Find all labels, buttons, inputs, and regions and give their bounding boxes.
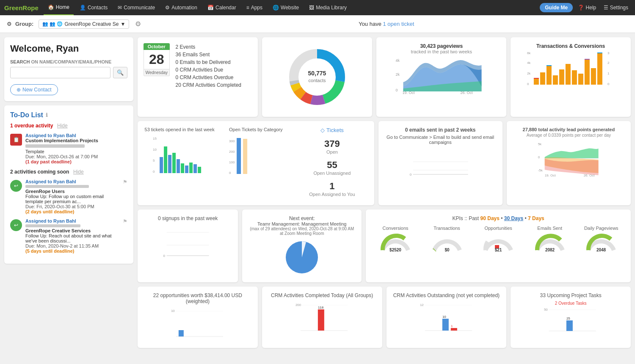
svg-rect-40 — [160, 157, 163, 173]
soon-task-1: Follow Up: Follow up on custom email tem… — [25, 194, 119, 204]
soon-activity-detail-2: Assigned to Ryan Bahl GreenRope Creative… — [25, 218, 119, 254]
svg-rect-33 — [547, 65, 552, 66]
svg-text:$0: $0 — [444, 248, 450, 252]
svg-rect-28 — [578, 74, 583, 85]
soon-task-2: Follow Up: Reach out about site and what… — [25, 233, 119, 243]
soon-assigned-1: Assigned to Ryan Bahl — [25, 179, 119, 184]
kpi-30-days[interactable]: 30 Days — [504, 215, 523, 221]
stat-crm-due: 0 CRM Activities Due — [176, 66, 241, 74]
signups-chart: 0 — [144, 224, 232, 266]
tickets-card: 53 tickets opened in the last week 15 10… — [138, 121, 374, 205]
contacts-donut-chart: 50,775 contacts — [283, 43, 351, 111]
todo-info-icon[interactable]: ℹ — [46, 112, 48, 118]
tickets-link[interactable]: ◇ Tickets — [320, 127, 344, 133]
kpi-transactions-gauge: $0 — [430, 232, 464, 253]
svg-text:1: 1 — [607, 72, 610, 75]
calendar-stats-card: October 28 Wednesday 2 Events 36 Emails … — [138, 37, 258, 117]
main-content: Welcome, Ryan SEARCH On Name/Company/Ema… — [0, 33, 635, 364]
group-selector[interactable]: 👥 👥 🌐 GreenRope Creative Se ▼ — [39, 19, 129, 29]
cal-weekday: Wednesday — [144, 69, 170, 76]
svg-text:0: 0 — [607, 82, 610, 86]
svg-text:-5k: -5k — [538, 168, 543, 172]
tickets-pie-title: Open Tickets by Category — [220, 127, 292, 132]
kpi-90-days[interactable]: 90 Days — [480, 215, 500, 221]
svg-text:25: 25 — [566, 317, 570, 320]
svg-rect-80 — [179, 330, 184, 336]
nav-contacts[interactable]: 👤 Contacts — [75, 0, 112, 15]
overdue-activity-detail: Assigned to Ryan Bahl Custom Implementat… — [25, 133, 98, 164]
svg-rect-30 — [591, 68, 596, 85]
svg-text:4k: 4k — [396, 58, 400, 63]
guide-me-button[interactable]: Guide Me — [540, 3, 573, 12]
calendar-widget: October 28 Wednesday — [144, 43, 170, 76]
crm-outstanding-card: CRM Activities Outstanding (not yet comp… — [387, 287, 507, 348]
svg-text:5k: 5k — [538, 142, 541, 146]
settings-subbar-icon[interactable]: ⚙ — [7, 21, 12, 27]
cal-month: October — [144, 43, 170, 50]
nav-automation[interactable]: ⚙ Automation — [161, 0, 202, 15]
crm-completed-card: CRM Activities Completed Today (All Grou… — [262, 287, 382, 348]
kpi-7-days[interactable]: 7 Days — [528, 215, 544, 221]
opportunities-title: 22 opportunities worth $38,414.00 USD (w… — [144, 292, 252, 304]
svg-rect-24 — [553, 75, 558, 85]
nav-media-library[interactable]: 🖼 Media Library — [305, 0, 351, 15]
overdue-activity-icon: 📋 — [10, 134, 22, 146]
overdue-status: (1 day past deadline) — [25, 159, 98, 164]
svg-text:26. Oct: 26. Oct — [461, 91, 473, 95]
home-icon: 🏠 — [48, 4, 54, 10]
flag-icon-2[interactable]: ⚑ — [123, 218, 127, 224]
svg-text:0: 0 — [527, 82, 529, 86]
nav-apps[interactable]: ≡ Apps — [242, 0, 267, 15]
stat-events: 2 Events — [176, 43, 241, 51]
soon-activity-item-1: ↩ Assigned to Ryan Bahl GreenRope Users … — [10, 179, 127, 214]
kpi-opportunities-gauge: $21 — [481, 232, 515, 253]
tickets-summary: ◇ Tickets 379 Open 55 Open Unassigned — [296, 127, 368, 199]
group-icons: 👥 👥 🌐 — [42, 21, 63, 27]
coming-soon-hide-link[interactable]: Hide — [73, 169, 84, 175]
right-panel: October 28 Wednesday 2 Events 36 Emails … — [138, 37, 631, 360]
nav-right-section: Guide Me ❓ Help ☰ Settings — [540, 3, 631, 12]
nav-home[interactable]: 🏠 Home — [44, 0, 74, 15]
svg-rect-45 — [181, 163, 184, 173]
stat-crm-overdue: 0 CRM Activities Overdue — [176, 74, 241, 81]
overdue-activity-item: 📋 Assigned to Ryan Bahl Custom Implement… — [10, 133, 127, 164]
row-1: October 28 Wednesday 2 Events 36 Emails … — [138, 37, 631, 117]
nav-settings[interactable]: ☰ Settings — [601, 5, 631, 11]
flag-icon-1[interactable]: ⚑ — [123, 179, 127, 185]
next-event-label: Next event: — [248, 215, 356, 221]
soon-activity-item-2: ↩ Assigned to Ryan Bahl GreenRope Creati… — [10, 218, 127, 254]
new-contact-button[interactable]: ⊕ New Contact — [10, 84, 58, 95]
emails-sent-notice: Go to Communicate > Email to build and s… — [384, 135, 497, 145]
svg-text:2: 2 — [607, 61, 610, 65]
opportunities-bottom-card: 22 opportunities worth $38,414.00 USD (w… — [138, 287, 258, 348]
svg-text:$21: $21 — [495, 248, 502, 252]
communicate-icon: ✉ — [118, 5, 122, 11]
logo[interactable]: GreenRope — [4, 4, 39, 11]
next-event-pie — [248, 238, 356, 276]
svg-text:0: 0 — [409, 173, 411, 176]
group-settings-icon[interactable]: ⚙ — [135, 20, 141, 28]
soon-assigned-2: Assigned to Ryan Bahl — [25, 218, 119, 223]
kpi-opportunities: Opportunities $21 — [475, 226, 522, 254]
open-ticket-link[interactable]: 1 open ticket — [383, 21, 414, 27]
coming-soon-count: 2 activities coming soon — [10, 169, 69, 175]
nav-website[interactable]: 🌐 Website — [268, 0, 303, 15]
svg-text:1: 1 — [450, 324, 453, 328]
svg-text:2048: 2048 — [596, 248, 606, 252]
search-input[interactable] — [10, 67, 110, 78]
nav-help[interactable]: ❓ Help — [575, 5, 599, 11]
coming-soon-section: 2 activities coming soon Hide — [10, 168, 127, 175]
overdue-hide-link[interactable]: Hide — [57, 123, 68, 129]
nav-calendar[interactable]: 📅 Calendar — [203, 0, 240, 15]
search-button[interactable]: 🔍 — [113, 67, 127, 78]
ticket-stat-unassigned: 55 Open Unassigned — [313, 160, 351, 176]
svg-rect-44 — [177, 159, 180, 173]
cal-day: 28 — [144, 50, 170, 69]
project-tasks-title: 33 Upcoming Project Tasks — [516, 292, 625, 298]
nav-communicate[interactable]: ✉ Communicate — [113, 0, 159, 15]
crm-completed-chart: 200 118 — [268, 301, 376, 335]
emails-sent-card: 0 emails sent in past 2 weeks Go to Comm… — [378, 121, 502, 205]
svg-rect-22 — [540, 72, 545, 85]
overdue-due: Due: Mon, 2020-Oct-26 at 7:00 PM — [25, 154, 98, 159]
pageviews-card: 30,423 pageviews tracked in the past two… — [376, 37, 506, 117]
